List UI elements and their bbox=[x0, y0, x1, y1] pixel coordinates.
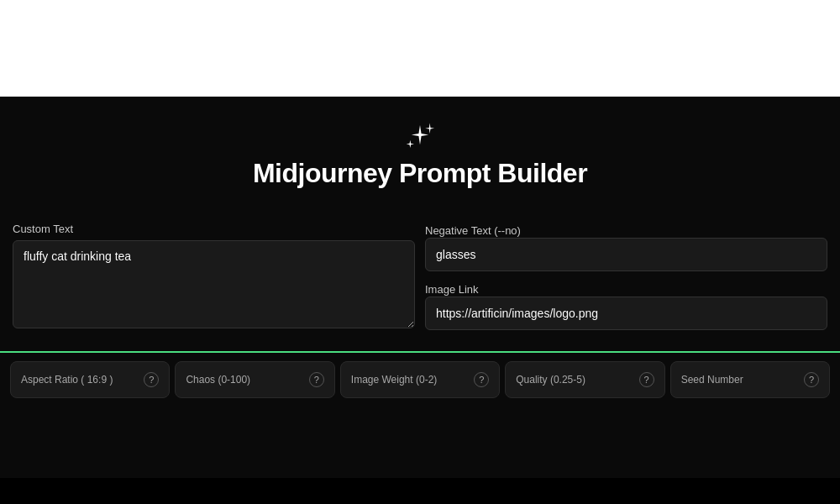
seed-number-label: Seed Number bbox=[681, 374, 743, 386]
image-weight-label: Image Weight (0-2) bbox=[351, 374, 438, 386]
seed-number-help-icon[interactable]: ? bbox=[804, 372, 819, 387]
image-weight-field: Image Weight (0-2) ? bbox=[340, 361, 500, 398]
aspect-ratio-help-icon[interactable]: ? bbox=[144, 372, 159, 387]
bottom-bar: Aspect Ratio ( 16:9 ) ? Chaos (0-100) ? … bbox=[0, 353, 840, 407]
app-header: Midjourney Prompt Builder bbox=[0, 113, 840, 210]
quality-help-icon[interactable]: ? bbox=[639, 372, 654, 387]
sparkle-icon bbox=[403, 122, 437, 151]
negative-text-input[interactable] bbox=[425, 238, 827, 271]
custom-text-label: Custom Text bbox=[13, 223, 415, 235]
seed-number-field: Seed Number ? bbox=[670, 361, 830, 398]
left-column: Custom Text fluffy cat drinking tea bbox=[13, 223, 415, 330]
negative-text-field: Negative Text (--no) bbox=[425, 223, 827, 271]
top-white-bar bbox=[0, 0, 840, 97]
chaos-field: Chaos (0-100) ? bbox=[175, 361, 334, 398]
negative-text-label: Negative Text (--no) bbox=[425, 224, 521, 237]
image-weight-help-icon[interactable]: ? bbox=[474, 372, 489, 387]
aspect-ratio-label: Aspect Ratio ( 16:9 ) bbox=[21, 374, 113, 386]
chaos-help-icon[interactable]: ? bbox=[309, 372, 324, 387]
image-link-input[interactable] bbox=[425, 297, 827, 330]
custom-text-input[interactable]: fluffy cat drinking tea bbox=[13, 240, 415, 328]
chaos-label: Chaos (0-100) bbox=[186, 374, 250, 386]
aspect-ratio-field: Aspect Ratio ( 16:9 ) ? bbox=[10, 361, 170, 398]
right-column: Negative Text (--no) Image Link bbox=[425, 223, 827, 330]
form-area: Custom Text fluffy cat drinking tea Nega… bbox=[0, 210, 840, 347]
image-link-label: Image Link bbox=[425, 283, 479, 296]
bottom-remaining bbox=[0, 407, 840, 478]
main-content: Midjourney Prompt Builder Custom Text fl… bbox=[0, 97, 840, 478]
page-title: Midjourney Prompt Builder bbox=[253, 158, 587, 189]
image-link-field: Image Link bbox=[425, 281, 827, 330]
quality-field: Quality (0.25-5) ? bbox=[505, 361, 664, 398]
quality-label: Quality (0.25-5) bbox=[516, 374, 585, 386]
